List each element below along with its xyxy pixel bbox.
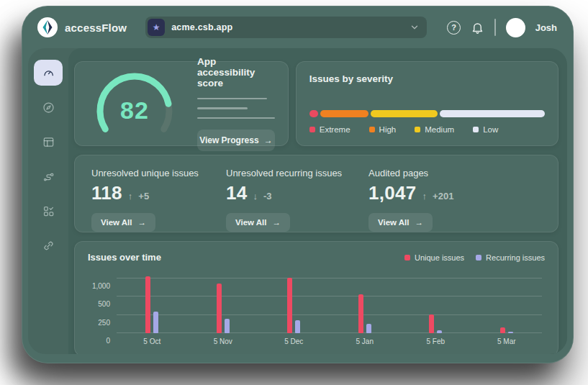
bar-group-5-jan bbox=[330, 273, 401, 333]
dashboard-gauge-icon bbox=[42, 66, 55, 80]
legend-swatch bbox=[415, 127, 420, 132]
layout-icon bbox=[42, 135, 55, 149]
accessibility-score-card: 82 App accessibility score View Progress… bbox=[74, 61, 289, 146]
bar-unique-issues[interactable] bbox=[358, 294, 363, 333]
body-panel: 82 App accessibility score View Progress… bbox=[28, 48, 567, 354]
stat-value: 118 bbox=[91, 182, 122, 204]
view-progress-button[interactable]: View Progress → bbox=[197, 130, 275, 151]
arrow-right-icon: → bbox=[264, 135, 273, 145]
y-axis-tick: 250 bbox=[86, 319, 110, 327]
bar-recurring-issues[interactable] bbox=[153, 312, 158, 333]
stat-delta: -3 bbox=[263, 191, 272, 201]
sidebar-item-integrations[interactable] bbox=[34, 232, 63, 258]
trend-up-icon: ↑ bbox=[128, 191, 133, 201]
x-axis-label: 5 Feb bbox=[400, 338, 471, 345]
y-axis-tick: 1,000 bbox=[86, 282, 110, 290]
bar-recurring-issues[interactable] bbox=[508, 332, 513, 333]
bar-recurring-issues[interactable] bbox=[437, 330, 442, 333]
accessflow-logo-icon bbox=[37, 17, 58, 38]
sidebar-item-checklist[interactable] bbox=[34, 198, 63, 224]
view-all-button[interactable]: View All→ bbox=[91, 213, 155, 232]
stat-audited-pages: Audited pages 1,047 ↑ +201 View All→ bbox=[368, 168, 543, 232]
severity-stacked-bar bbox=[309, 110, 545, 117]
site-name: acme.csb.app bbox=[171, 22, 403, 32]
sidebar-item-compass[interactable] bbox=[34, 94, 63, 120]
bar-unique-issues[interactable] bbox=[217, 284, 222, 333]
trend-down-icon: ↓ bbox=[253, 191, 258, 201]
bar-group-5-mar bbox=[471, 273, 543, 333]
legend-item-high: High bbox=[369, 125, 397, 134]
skeleton-line bbox=[197, 107, 248, 109]
bar-group-5-nov bbox=[188, 273, 259, 333]
severity-segment-medium bbox=[371, 110, 437, 117]
legend-swatch bbox=[404, 255, 410, 261]
severity-card-title: Issues by severity bbox=[309, 73, 545, 84]
legend-swatch bbox=[476, 255, 481, 261]
legend-item-unique-issues: Unique issues bbox=[404, 253, 464, 262]
bar-group-5-dec bbox=[258, 273, 330, 333]
sidebar bbox=[28, 48, 68, 354]
chevron-down-icon[interactable] bbox=[410, 22, 420, 32]
bar-group-5-feb bbox=[400, 273, 471, 333]
score-card-title: App accessibility score bbox=[197, 56, 275, 89]
legend-swatch bbox=[369, 127, 375, 132]
sidebar-item-dashboard-gauge[interactable] bbox=[34, 60, 63, 86]
checklist-icon bbox=[42, 204, 55, 218]
issues-over-time-card: Issues over time Unique issuesRecurring … bbox=[74, 241, 558, 354]
view-all-button[interactable]: View All→ bbox=[368, 213, 433, 232]
header-divider bbox=[494, 19, 496, 36]
bar-unique-issues[interactable] bbox=[429, 314, 434, 333]
x-axis-label: 5 Jan bbox=[330, 338, 401, 345]
legend-item-extreme: Extreme bbox=[309, 125, 350, 134]
stat-delta: +5 bbox=[138, 191, 149, 201]
stat-unique-issues: Unresolved unique issues 118 ↑ +5 View A… bbox=[91, 168, 226, 232]
x-axis-label: 5 Mar bbox=[471, 338, 543, 345]
site-selector[interactable]: ★ acme.csb.app bbox=[145, 17, 427, 38]
chart-x-axis-labels: 5 Oct5 Nov5 Dec5 Jan5 Feb5 Mar bbox=[117, 338, 542, 345]
sidebar-item-layout[interactable] bbox=[34, 129, 63, 155]
y-axis-tick: 500 bbox=[86, 300, 110, 308]
star-icon: ★ bbox=[148, 19, 165, 36]
severity-legend: ExtremeHighMediumLow bbox=[309, 125, 545, 134]
bell-icon[interactable] bbox=[471, 21, 484, 35]
bar-recurring-issues[interactable] bbox=[366, 324, 371, 333]
bar-recurring-issues[interactable] bbox=[225, 319, 230, 333]
main-content: 82 App accessibility score View Progress… bbox=[68, 48, 567, 354]
chart-title: Issues over time bbox=[88, 252, 161, 263]
severity-segment-low bbox=[440, 110, 545, 117]
view-all-button[interactable]: View All→ bbox=[226, 213, 290, 232]
severity-segment-extreme bbox=[309, 110, 319, 117]
issues-by-severity-card: Issues by severity ExtremeHighMediumLow bbox=[296, 61, 558, 146]
skeleton-line bbox=[197, 98, 267, 100]
legend-swatch bbox=[473, 127, 479, 132]
chart-legend: Unique issuesRecurring issues bbox=[404, 253, 545, 262]
x-axis-label: 5 Nov bbox=[188, 338, 259, 345]
legend-item-medium: Medium bbox=[415, 125, 454, 134]
legend-item-low: Low bbox=[473, 125, 498, 134]
avatar[interactable] bbox=[506, 18, 525, 37]
stat-recurring-issues: Unresolved recurring issues 14 ↓ -3 View… bbox=[226, 168, 368, 232]
bar-group-5-oct bbox=[117, 273, 188, 333]
bar-unique-issues[interactable] bbox=[287, 278, 292, 333]
bar-unique-issues[interactable] bbox=[500, 327, 505, 333]
bar-unique-issues[interactable] bbox=[145, 276, 150, 333]
flows-icon bbox=[42, 170, 55, 184]
severity-segment-high bbox=[320, 110, 368, 117]
bar-recurring-issues[interactable] bbox=[295, 320, 300, 333]
stats-card: Unresolved unique issues 118 ↑ +5 View A… bbox=[74, 155, 558, 232]
x-axis-label: 5 Oct bbox=[117, 338, 188, 345]
score-gauge: 82 bbox=[82, 69, 187, 138]
sidebar-item-flows[interactable] bbox=[34, 163, 63, 189]
x-axis-label: 5 Dec bbox=[258, 338, 330, 345]
skeleton-line bbox=[197, 117, 275, 119]
stat-value: 1,047 bbox=[368, 182, 417, 204]
y-axis-tick: 0 bbox=[86, 337, 110, 345]
help-icon[interactable]: ? bbox=[447, 21, 461, 35]
chart-plot-area: 02505001,000 bbox=[117, 273, 542, 333]
arrow-right-icon: → bbox=[415, 218, 423, 227]
user-name: Josh bbox=[535, 22, 557, 33]
top-bar: accessFlow ★ acme.csb.app ? Josh bbox=[22, 6, 573, 48]
arrow-right-icon: → bbox=[272, 218, 281, 227]
trend-up-icon: ↑ bbox=[422, 191, 428, 201]
arrow-right-icon: → bbox=[137, 218, 146, 227]
